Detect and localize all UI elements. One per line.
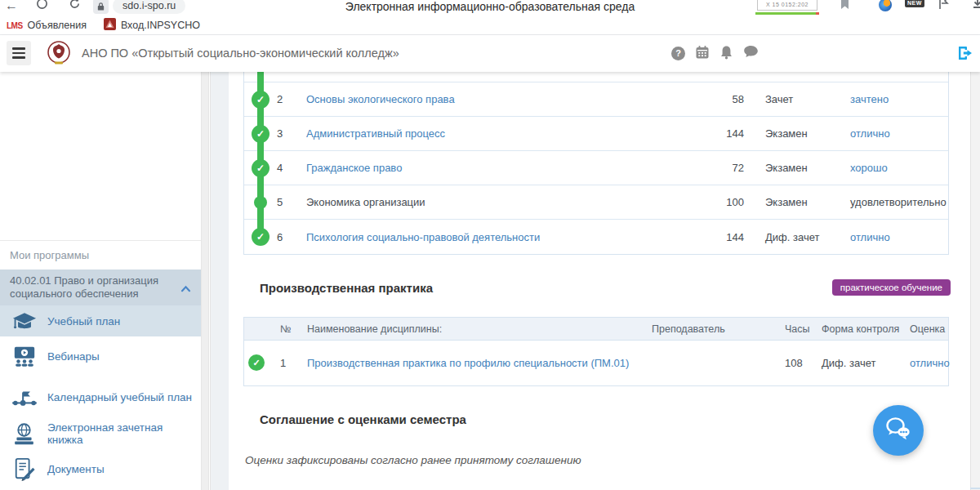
sidebar-item-label: Документы [47,463,105,475]
discipline-link[interactable]: Гражданское право [306,162,672,174]
sidebar-item-label: Учебный план [47,315,120,327]
hours-value: 58 [672,93,744,105]
grade-link[interactable]: отлично [850,127,948,140]
back-icon[interactable]: ← [5,0,18,14]
row-number: 2 [277,93,306,105]
refresh-icon[interactable] [69,0,81,14]
sidebar-item-documents[interactable]: Документы [0,452,201,486]
col-name: Наименование дисциплины: [307,323,652,335]
grade-link[interactable]: отлично [910,357,950,369]
agreement-note: Оценки зафиксированы согласно ранее прин… [245,454,581,466]
hours-value: 108 [785,357,822,369]
discipline-link[interactable]: Административный процесс [306,127,672,140]
row-number: 6 [277,231,306,243]
table-row: ✓ 1 Производственная практика по профилю… [244,341,948,385]
browser-extension-icon[interactable] [879,0,892,11]
control-form: Экзамен [744,162,850,174]
milestones-flag-icon [11,386,38,408]
org-name: АНО ПО «Открытый социально-экономический… [82,35,399,72]
row-number: 4 [277,162,306,174]
practice-table: № Наименование дисциплины: Преподаватель… [243,317,949,386]
table-row: 5 Экономика организации 100 Экзамен удов… [244,185,948,220]
bookmarks-bar: LMS Объявления Вход.INPSYCHO [0,16,980,35]
sidebar-item-label: Вебинары [47,350,100,363]
help-icon[interactable]: ? [671,47,685,60]
program-name: 40.02.01 Право и организация социального… [10,274,158,300]
table-row-partial [244,72,948,82]
reload-alt-icon[interactable] [36,0,48,14]
app-header: АНО ПО «Открытый социально-экономический… [0,35,980,72]
sidebar-section-label: Мои программы [0,240,201,268]
extension-widget[interactable]: X 15 0152:202 [757,0,817,11]
graduation-cap-icon [11,310,38,332]
bookmark-label: Объявления [28,20,87,31]
sidebar-program-header[interactable]: 40.02.01 Право и организация социального… [0,270,201,305]
chat-fab-button[interactable] [873,405,924,456]
grade-link[interactable]: отлично [850,231,948,243]
row-number: 1 [280,357,307,369]
sidebar-item-label: Электронная зачетная книжка [47,421,201,446]
table-row: ✓ 6 Психология социально-правовой деятел… [244,220,948,254]
col-hours: Часы [785,323,822,335]
calendar-icon[interactable] [695,45,710,63]
content-card: ✓ 2 Основы экологического права 58 Зачет… [229,72,970,490]
control-form: Зачет [744,93,850,105]
status-check-icon: ✓ [252,91,270,109]
hours-value: 72 [672,162,744,174]
semester-table: ✓ 2 Основы экологического права 58 Зачет… [243,72,949,255]
status-check-icon: ✓ [252,159,270,177]
sidebar-item-curriculum[interactable]: Учебный план [0,305,201,336]
sidebar: Мои программы 40.02.01 Право и организац… [0,72,211,490]
discipline-link[interactable]: Производственная практика по профилю спе… [307,357,652,369]
sidebar-item-webinars[interactable]: Вебинары [0,339,201,373]
page-background-gap [211,72,229,490]
lms-icon: LMS [7,21,23,30]
globe-books-icon [11,422,38,446]
bookmark-announcements[interactable]: LMS Объявления [7,20,98,31]
grade-value: удовлетворительно [850,196,948,208]
hours-value: 144 [672,231,744,243]
bell-icon[interactable] [719,45,733,63]
new-extension-badge[interactable]: NEW [905,0,924,7]
sidebar-scrollbar[interactable] [201,72,209,490]
sidebar-item-calendar-plan[interactable]: Календарный учебный план [0,380,201,414]
url-bar[interactable]: sdo.i-spo.ru [113,0,185,14]
sidebar-item-label: Календарный учебный план [47,391,192,403]
bookmark-label: Вход.INPSYCHO [121,20,200,31]
extension-progress-bar [755,12,819,15]
hours-value: 144 [672,127,744,140]
status-check-icon: ✓ [248,354,265,371]
page-scrollbar[interactable] [970,72,980,490]
bookmark-inpsycho[interactable]: Вход.INPSYCHO [104,18,212,33]
agreement-section-title: Соглашение с оценками семестра [260,412,466,426]
table-row: ✓ 2 Основы экологического права 58 Зачет… [244,82,948,117]
lock-icon[interactable] [93,0,109,14]
browser-page-title: Электронная информационно-образовательна… [270,0,710,13]
col-grade: Оценка [910,323,948,335]
browser-toolbar: ← sdo.i-spo.ru Электронная информационно… [0,0,980,16]
menu-icon[interactable] [7,41,31,65]
col-teacher: Преподаватель [652,323,785,335]
table-row: ✓ 3 Административный процесс 144 Экзамен… [244,117,948,151]
download-icon[interactable] [972,0,980,14]
practice-table-header: № Наименование дисциплины: Преподаватель… [244,318,948,341]
discipline-link[interactable]: Психология социально-правовой деятельнос… [306,231,672,243]
flag-outline-icon[interactable] [938,0,950,14]
control-form: Экзамен [744,196,850,208]
document-pen-icon [11,457,38,481]
control-form: Экзамен [744,127,850,140]
sidebar-item-gradebook[interactable]: Электронная зачетная книжка [0,416,201,451]
discipline-link[interactable]: Основы экологического права [306,93,672,105]
logout-icon[interactable] [956,43,975,66]
control-form: Диф. зачет [744,231,850,243]
college-logo [46,40,72,69]
control-form: Диф. зачет [822,357,910,369]
chevron-up-icon[interactable] [180,283,191,296]
crest-icon [104,18,116,33]
grade-link[interactable]: хорошо [850,162,948,174]
row-number: 5 [277,196,306,208]
chat-icon[interactable] [743,45,759,62]
bookmark-flag-icon[interactable] [840,0,850,14]
table-row: ✓ 4 Гражданское право 72 Экзамен хорошо [244,151,948,185]
grade-link[interactable]: зачтено [850,93,948,105]
